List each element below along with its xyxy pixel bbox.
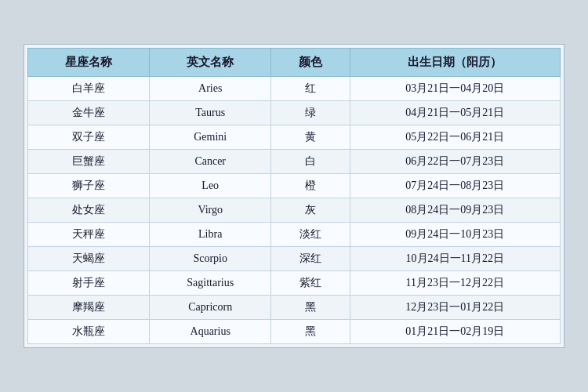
cell-dates: 07月24日一08月23日: [350, 174, 560, 198]
cell-chinese-name: 摩羯座: [28, 296, 150, 320]
table-row: 双子座Gemini黄05月22日一06月21日: [28, 125, 561, 150]
cell-english-name: Aries: [150, 77, 271, 101]
table-row: 处女座Virgo灰08月24日一09月23日: [28, 198, 561, 223]
header-color: 颜色: [271, 49, 350, 77]
cell-chinese-name: 狮子座: [28, 174, 150, 198]
zodiac-table: 星座名称 英文名称 颜色 出生日期（阳历） 白羊座Aries红03月21日一04…: [27, 48, 561, 344]
cell-color: 黑: [271, 320, 350, 344]
cell-english-name: Gemini: [150, 125, 271, 150]
cell-dates: 09月24日一10月23日: [350, 223, 560, 247]
cell-chinese-name: 水瓶座: [28, 320, 150, 344]
cell-dates: 11月23日一12月22日: [350, 271, 560, 296]
table-row: 白羊座Aries红03月21日一04月20日: [28, 77, 561, 101]
table-row: 天秤座Libra淡红09月24日一10月23日: [28, 223, 561, 247]
table-row: 狮子座Leo橙07月24日一08月23日: [28, 174, 561, 198]
header-dates: 出生日期（阳历）: [350, 49, 560, 77]
header-english-name: 英文名称: [150, 49, 271, 77]
cell-color: 淡红: [271, 223, 350, 247]
cell-chinese-name: 双子座: [28, 125, 150, 150]
table-row: 射手座Sagittarius紫红11月23日一12月22日: [28, 271, 561, 296]
table-row: 天蝎座Scorpio深红10月24日一11月22日: [28, 247, 561, 271]
cell-dates: 12月23日一01月22日: [350, 296, 560, 320]
cell-color: 灰: [271, 198, 350, 223]
cell-english-name: Leo: [150, 174, 271, 198]
header-chinese-name: 星座名称: [28, 49, 150, 77]
cell-dates: 10月24日一11月22日: [350, 247, 560, 271]
cell-english-name: Capricorn: [150, 296, 271, 320]
cell-english-name: Taurus: [150, 101, 271, 125]
cell-color: 黄: [271, 125, 350, 150]
cell-english-name: Aquarius: [150, 320, 271, 344]
table-header-row: 星座名称 英文名称 颜色 出生日期（阳历）: [28, 49, 561, 77]
cell-dates: 01月21日一02月19日: [350, 320, 560, 344]
table-row: 巨蟹座Cancer白06月22日一07月23日: [28, 150, 561, 174]
table-row: 摩羯座Capricorn黑12月23日一01月22日: [28, 296, 561, 320]
cell-chinese-name: 天蝎座: [28, 247, 150, 271]
cell-english-name: Scorpio: [150, 247, 271, 271]
cell-dates: 03月21日一04月20日: [350, 77, 560, 101]
cell-chinese-name: 射手座: [28, 271, 150, 296]
cell-color: 绿: [271, 101, 350, 125]
cell-english-name: Libra: [150, 223, 271, 247]
cell-color: 深红: [271, 247, 350, 271]
cell-chinese-name: 金牛座: [28, 101, 150, 125]
cell-chinese-name: 巨蟹座: [28, 150, 150, 174]
cell-english-name: Cancer: [150, 150, 271, 174]
cell-dates: 05月22日一06月21日: [350, 125, 560, 150]
cell-english-name: Virgo: [150, 198, 271, 223]
cell-chinese-name: 处女座: [28, 198, 150, 223]
cell-color: 紫红: [271, 271, 350, 296]
cell-color: 红: [271, 77, 350, 101]
cell-color: 白: [271, 150, 350, 174]
cell-color: 黑: [271, 296, 350, 320]
cell-dates: 08月24日一09月23日: [350, 198, 560, 223]
cell-dates: 06月22日一07月23日: [350, 150, 560, 174]
cell-chinese-name: 白羊座: [28, 77, 150, 101]
table-body: 白羊座Aries红03月21日一04月20日金牛座Taurus绿04月21日一0…: [28, 77, 561, 344]
table-row: 金牛座Taurus绿04月21日一05月21日: [28, 101, 561, 125]
cell-english-name: Sagittarius: [150, 271, 271, 296]
cell-color: 橙: [271, 174, 350, 198]
table-row: 水瓶座Aquarius黑01月21日一02月19日: [28, 320, 561, 344]
cell-dates: 04月21日一05月21日: [350, 101, 560, 125]
zodiac-table-container: 星座名称 英文名称 颜色 出生日期（阳历） 白羊座Aries红03月21日一04…: [24, 44, 564, 348]
cell-chinese-name: 天秤座: [28, 223, 150, 247]
